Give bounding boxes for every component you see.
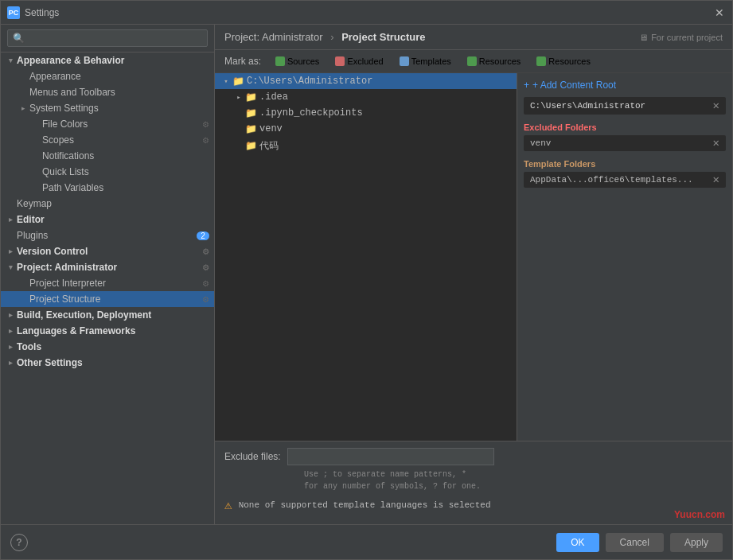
- sidebar-item-keymap[interactable]: Keymap: [1, 196, 214, 212]
- mark-resources1-button[interactable]: Resources: [462, 55, 526, 68]
- file-tree-item-code[interactable]: 📁 代码: [215, 137, 517, 155]
- project-icon: 🖥: [639, 33, 648, 42]
- file-tree: 📁 C:\Users\Administrator 📁 .idea 📁 .ipyn…: [215, 73, 517, 441]
- expand-arrow: [6, 247, 15, 256]
- mark-excluded-button[interactable]: Excluded: [330, 55, 388, 68]
- sidebar-label: Editor: [17, 213, 214, 226]
- plus-icon: +: [524, 80, 529, 91]
- settings-icon: ⚙: [200, 134, 211, 146]
- main-content: Project: Administrator › Project Structu…: [215, 25, 732, 524]
- sidebar-item-notifications[interactable]: Notifications: [1, 148, 214, 164]
- sidebar-item-appearance-behavior[interactable]: Appearance & Behavior: [1, 52, 214, 68]
- template-folders-header: Template Folders: [524, 159, 726, 169]
- sidebar-item-other-settings[interactable]: Other Settings: [1, 355, 214, 371]
- file-tree-label: venv: [259, 123, 283, 134]
- sidebar-label: Project Interpreter: [29, 277, 200, 290]
- file-tree-label: C:\Users\Administrator: [247, 76, 372, 87]
- resources2-label: Resources: [548, 56, 591, 66]
- resources1-label: Resources: [479, 56, 521, 66]
- remove-excluded-button[interactable]: ✕: [713, 138, 719, 149]
- cancel-button[interactable]: Cancel: [606, 533, 664, 552]
- sidebar-tree: Appearance & Behavior Appearance Menus a…: [1, 52, 214, 524]
- sidebar-item-version-control[interactable]: Version Control ⚙: [1, 243, 214, 259]
- middle-section: 📁 C:\Users\Administrator 📁 .idea 📁 .ipyn…: [215, 73, 732, 441]
- for-current-project: 🖥 For current project: [639, 33, 723, 42]
- sidebar-item-tools[interactable]: Tools: [1, 339, 214, 355]
- sidebar-label: Other Settings: [17, 356, 214, 369]
- sources-label: Sources: [287, 56, 319, 66]
- sidebar-item-project-interpreter[interactable]: Project Interpreter ⚙: [1, 275, 214, 291]
- sidebar-item-scopes[interactable]: Scopes ⚙: [1, 132, 214, 148]
- templates-label: Templates: [411, 56, 451, 66]
- settings-icon: ⚙: [200, 119, 211, 130]
- file-tree-label: .ipynb_checkpoints: [259, 107, 363, 119]
- content-root-path: C:\Users\Administrator ✕: [524, 97, 726, 115]
- sidebar-label: Version Control: [17, 245, 200, 258]
- remove-template-button[interactable]: ✕: [713, 174, 719, 185]
- sidebar-label: Project: Administrator: [17, 261, 200, 274]
- expand-arrow: [6, 310, 15, 320]
- expand-icon: [234, 92, 244, 102]
- file-tree-item-idea[interactable]: 📁 .idea: [215, 89, 517, 105]
- sidebar-label: Languages & Frameworks: [17, 325, 214, 337]
- mark-sources-button[interactable]: Sources: [271, 55, 324, 68]
- sidebar-label: File Colors: [42, 118, 200, 130]
- breadcrumb-current: Project Structure: [341, 31, 425, 43]
- main-header: Project: Administrator › Project Structu…: [215, 25, 732, 50]
- sidebar-item-plugins[interactable]: Plugins 2: [1, 228, 214, 243]
- mark-templates-button[interactable]: Templates: [395, 55, 456, 68]
- sidebar-label: Build, Execution, Deployment: [17, 309, 214, 321]
- sidebar-item-editor[interactable]: Editor: [1, 212, 214, 228]
- exclude-hint-line1: Use ; to separate name patterns, *: [304, 470, 466, 479]
- sidebar-item-file-colors[interactable]: File Colors ⚙: [1, 116, 214, 132]
- for-current-label: For current project: [651, 33, 723, 42]
- settings-icon: ⚙: [200, 294, 211, 305]
- sidebar-item-menus-toolbars[interactable]: Menus and Toolbars: [1, 84, 214, 100]
- breadcrumb: Project: Administrator › Project Structu…: [224, 31, 426, 43]
- close-button[interactable]: ✕: [713, 6, 726, 19]
- sidebar-label: Tools: [17, 340, 214, 353]
- add-content-root-button[interactable]: + + Add Content Root: [524, 80, 726, 91]
- footer-buttons: OK Cancel Apply: [556, 533, 723, 552]
- exclude-files-input[interactable]: [287, 448, 494, 465]
- excluded-folder-path: venv ✕: [524, 135, 726, 151]
- sidebar-label: Plugins: [17, 229, 197, 242]
- search-input[interactable]: [7, 29, 208, 47]
- sidebar-label: Quick Lists: [42, 165, 214, 178]
- excluded-folders-header: Excluded Folders: [524, 122, 726, 132]
- file-tree-item-ipynb[interactable]: 📁 .ipynb_checkpoints: [215, 105, 517, 121]
- sources-color: [275, 56, 285, 66]
- mark-resources2-button[interactable]: Resources: [532, 55, 595, 68]
- excluded-folder-value: venv: [530, 138, 551, 148]
- exclude-hint-line2: for any number of symbols, ? for one.: [304, 482, 481, 491]
- sidebar-item-project-structure[interactable]: Project Structure ⚙: [1, 291, 214, 307]
- file-tree-item-root[interactable]: 📁 C:\Users\Administrator: [215, 73, 517, 89]
- expand-arrow: [6, 326, 15, 336]
- folder-icon: 📁: [245, 107, 256, 119]
- sidebar: Appearance & Behavior Appearance Menus a…: [1, 25, 215, 524]
- sidebar-label: Menus and Toolbars: [29, 86, 214, 99]
- window-title: Settings: [25, 7, 713, 18]
- file-tree-item-venv[interactable]: 📁 venv: [215, 121, 517, 137]
- warning-text: None of supported template languages is …: [239, 500, 491, 510]
- apply-button[interactable]: Apply: [670, 533, 723, 552]
- ok-button[interactable]: OK: [556, 533, 598, 552]
- sidebar-item-appearance[interactable]: Appearance: [1, 68, 214, 84]
- mark-as-label: Mark as:: [224, 56, 261, 67]
- sidebar-item-system-settings[interactable]: System Settings: [1, 100, 214, 116]
- help-button[interactable]: ?: [10, 534, 28, 551]
- excluded-label: Excluded: [347, 56, 383, 66]
- sidebar-item-quick-lists[interactable]: Quick Lists: [1, 164, 214, 180]
- sidebar-item-languages-frameworks[interactable]: Languages & Frameworks: [1, 323, 214, 339]
- warning-bar: ⚠ None of supported template languages i…: [224, 492, 723, 518]
- right-panel: + + Add Content Root C:\Users\Administra…: [517, 73, 732, 441]
- window-icon: PC: [7, 6, 20, 19]
- mark-as-bar: Mark as: Sources Excluded Templates Reso…: [215, 50, 732, 73]
- expand-arrow: [6, 342, 15, 352]
- sidebar-item-path-variables[interactable]: Path Variables: [1, 180, 214, 196]
- sidebar-item-project-administrator[interactable]: Project: Administrator ⚙: [1, 259, 214, 275]
- sidebar-item-build-execution[interactable]: Build, Execution, Deployment: [1, 307, 214, 323]
- expand-arrow: [6, 262, 15, 272]
- remove-content-root-button[interactable]: ✕: [713, 100, 719, 111]
- title-bar: PC Settings ✕: [1, 1, 732, 25]
